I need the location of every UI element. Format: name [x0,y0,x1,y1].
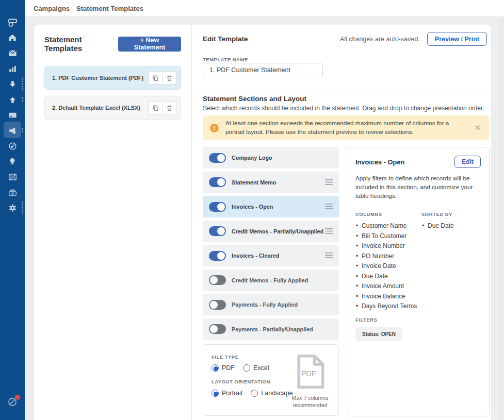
column-item: Due Date [355,273,421,280]
sorted-by-item: Due Date [421,222,454,229]
radio-portrait[interactable]: Portrait [212,390,242,397]
pdf-preview-figure: PDF Max 7 columns recommended [290,354,330,409]
duplicate-template-button[interactable] [148,71,162,85]
template-card-selected[interactable]: 1. PDF Customer Statement (PDF) [44,66,181,90]
autosave-note: All changes are auto-saved. [340,36,420,43]
svg-text:PDF: PDF [301,369,316,378]
radio-landscape[interactable]: Landscape [251,390,292,397]
notification-badge [15,395,20,400]
toggle-on[interactable] [209,226,226,236]
delete-template-button[interactable] [162,101,176,114]
sections-description: Select which records should be included … [203,105,484,112]
sections-title: Statement Sections and Layout [203,95,306,103]
upload-arrow-icon[interactable] [0,92,25,107]
section-row-credit-memos-full[interactable]: Credit Memos - Fully Applied [203,270,339,291]
drag-handle-icon[interactable] [325,202,333,211]
preview-print-button[interactable]: Preview / Print [427,32,487,46]
pdf-recommendation: Max 7 columns recommended [290,394,330,409]
template-name-label: TEMPLATE NAME [203,57,248,62]
columns-list: Customer Name Bill To Customer Invoice N… [355,222,421,310]
warning-icon: ! [210,124,219,132]
topbar: Campaigns Statement Templates [25,0,504,17]
settings-submenu-dots [22,202,23,214]
cash-stack-icon[interactable] [0,184,25,200]
warning-text: At least one section exceeds the recomme… [225,119,468,137]
page-scrollbar[interactable] [498,17,504,420]
download-arrow-icon[interactable] [0,76,25,92]
template-name-input[interactable] [203,63,323,77]
sidebar [0,0,25,420]
detail-title: Invoices - Open [355,158,404,166]
section-detail-card: Invoices - Open Edit Apply filters to de… [347,147,490,416]
radio-button-icon [212,364,219,372]
section-label: Company Logo [232,155,272,161]
breadcrumb: Campaigns Statement Templates [25,5,143,12]
column-item: Invoice Number [355,242,421,249]
radio-excel[interactable]: Excel [243,364,269,372]
section-row-payments-partial[interactable]: Payments - Partially/Unapplied [203,318,339,340]
section-row-credit-memos-partial[interactable]: Credit Memos - Partially/Unapplied [203,221,339,242]
columns-label: COLUMNS [355,211,382,217]
radio-pdf[interactable]: PDF [212,364,235,372]
divider [192,89,491,89]
section-row-invoices-cleared[interactable]: Invoices - Cleared [203,245,339,266]
drag-handle-icon[interactable] [325,227,333,236]
currency-exchange-icon[interactable] [0,169,25,184]
close-icon[interactable]: ✕ [474,123,481,132]
copy-icon [152,105,159,111]
toggle-off[interactable] [209,300,226,310]
toggle-off[interactable] [209,324,226,334]
section-row-invoices-open[interactable]: Invoices - Open [203,196,339,217]
section-label: Credit Memos - Partially/Unapplied [232,228,323,234]
duplicate-template-button[interactable] [148,101,162,114]
home-icon[interactable] [0,30,25,45]
section-label: Payments - Partially/Unapplied [232,326,313,332]
gear-icon[interactable] [0,200,25,215]
trash-icon [166,105,173,111]
column-item: Invoice Date [355,262,421,270]
radio-label: Excel [253,364,269,372]
toggle-on[interactable] [209,153,226,163]
radio-label: Portrait [222,390,242,397]
delete-template-button[interactable] [162,71,176,85]
editor-title: Edit Template [203,35,340,43]
radio-button-icon [251,390,258,397]
edit-template-panel: Edit Template All changes are auto-saved… [192,25,491,420]
radio-button-icon [243,364,250,372]
section-row-statement-memo[interactable]: Statement Memo [203,172,339,193]
upload-submenu-dots [22,97,23,102]
campaigns-submenu-dots [22,128,23,132]
section-row-company-logo[interactable]: Company Logo [203,147,339,169]
help-icon[interactable] [0,395,25,409]
pdf-file-icon: PDF [295,354,325,389]
megaphone-icon[interactable] [0,123,25,138]
edit-section-button[interactable]: Edit [454,156,481,168]
section-label: Invoices - Cleared [232,253,279,259]
template-card[interactable]: 2. Default Template Excel (XLSX) [44,96,181,120]
mail-icon[interactable] [0,45,25,61]
column-item: Invoice Amount [355,282,421,290]
new-statement-button[interactable]: + New Statement [118,37,181,52]
toggle-on[interactable] [209,202,226,212]
radio-button-icon [212,390,219,397]
filters-label: FILTERS [355,317,421,323]
copy-icon [152,75,159,81]
drag-handle-icon[interactable] [325,178,333,187]
toggle-on[interactable] [209,177,226,187]
template-name: 2. Default Template Excel (XLSX) [52,105,148,111]
section-row-payments-full[interactable]: Payments - Fully Applied [203,294,339,315]
credit-card-icon[interactable] [0,107,25,123]
drag-handle-icon[interactable] [325,251,333,260]
lightbulb-icon[interactable] [0,154,25,169]
target-icon[interactable] [0,138,25,154]
toggle-on[interactable] [209,251,226,261]
breadcrumb-statement-templates[interactable]: Statement Templates [76,5,143,12]
statement-templates-panel: Statement Templates + New Statement 1. P… [34,25,192,420]
section-label: Payments - Fully Applied [232,301,298,308]
breadcrumb-campaigns[interactable]: Campaigns [34,5,70,12]
bar-chart-icon[interactable] [0,61,25,76]
column-item: PO Number [355,253,421,260]
app-logo-icon[interactable] [0,14,25,30]
sorted-by-label: SORTED BY [421,211,452,217]
toggle-off[interactable] [209,275,226,285]
